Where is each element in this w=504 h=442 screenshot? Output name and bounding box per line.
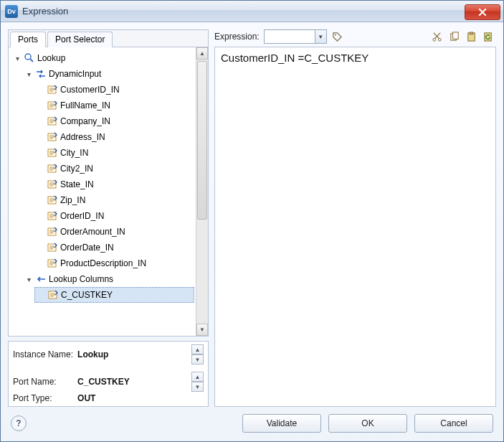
ports-tree[interactable]: ▾ Lookup ▾ DynamicInput CustomerID_IN Fu… xyxy=(9,47,196,336)
instance-name-label: Instance Name: xyxy=(13,349,73,359)
dialog-footer: ? Validate OK Cancel xyxy=(8,407,496,434)
ok-button[interactable]: OK xyxy=(328,414,407,433)
expression-label: Expression: xyxy=(214,32,260,42)
tree-twistie-icon[interactable]: ▾ xyxy=(24,276,33,283)
details-panel: Instance Name: Lookup ▲ ▼ Port Name: C_C… xyxy=(8,341,209,407)
tree-lookup-columns[interactable]: ▾ Lookup Columns xyxy=(23,271,194,287)
tree-twistie-icon[interactable]: ▾ xyxy=(24,70,33,78)
tree-node-label: DynamicInput xyxy=(49,69,101,79)
tree-node-label: Address_IN xyxy=(60,132,105,142)
expression-dialog: Dv Expression Ports Port Selector ▾ Look… xyxy=(0,0,504,442)
tag-icon[interactable] xyxy=(331,30,344,43)
svg-point-16 xyxy=(438,38,441,41)
cancel-button[interactable]: Cancel xyxy=(414,414,493,433)
tree-dynamicinput[interactable]: ▾ DynamicInput xyxy=(23,66,194,82)
tree-node-icon xyxy=(47,100,58,111)
tree-node-icon xyxy=(47,116,58,127)
tree-node-icon xyxy=(47,258,58,269)
tree-twistie-icon[interactable]: ▾ xyxy=(13,55,22,62)
tree-node-icon xyxy=(35,273,47,285)
tree-node-label: OrderID_IN xyxy=(60,211,104,221)
tree-node-label: State_IN xyxy=(60,179,94,189)
chevron-down-icon[interactable]: ▼ xyxy=(315,30,326,43)
svg-rect-18 xyxy=(452,32,458,38)
tree-port-zip_in[interactable]: Zip_IN xyxy=(34,192,194,208)
help-button[interactable]: ? xyxy=(11,415,27,431)
scissors-icon[interactable] xyxy=(430,30,443,43)
validate-button[interactable]: Validate xyxy=(242,414,321,433)
titlebar[interactable]: Dv Expression xyxy=(1,1,503,22)
tree-node-label: OrderAmount_IN xyxy=(60,227,125,237)
tree-port-orderdate_in[interactable]: OrderDate_IN xyxy=(34,240,194,255)
tree-node-label: C_CUSTKEY xyxy=(61,290,113,300)
tab-bar: Ports Port Selector xyxy=(9,30,208,47)
tree-node-label: FullName_IN xyxy=(60,100,110,110)
details2-down-button[interactable]: ▼ xyxy=(191,382,204,392)
expression-editor[interactable]: CustomerID_IN =C_CUSTKEY xyxy=(214,47,496,407)
tree-port-city_in[interactable]: City_IN xyxy=(34,145,194,161)
tree-node-icon xyxy=(47,179,58,190)
tree-node-label: City_IN xyxy=(60,148,88,158)
tree-port-c_custkey[interactable]: C_CUSTKEY xyxy=(34,287,194,303)
window-title: Expression xyxy=(22,6,465,17)
instance-name-value: Lookup xyxy=(77,349,187,359)
tree-node-label: ProductDescription_IN xyxy=(60,258,146,268)
paste-icon[interactable] xyxy=(465,30,477,43)
close-button[interactable] xyxy=(465,4,500,20)
svg-point-14 xyxy=(335,34,336,35)
close-icon xyxy=(478,8,487,17)
tree-port-city2_in[interactable]: City2_IN xyxy=(34,161,194,177)
tree-node-icon xyxy=(47,131,58,143)
tree-port-company_in[interactable]: Company_IN xyxy=(34,113,194,129)
tree-node-icon xyxy=(47,163,58,174)
tree-port-state_in[interactable]: State_IN xyxy=(34,177,194,192)
tree-node-icon xyxy=(47,194,58,206)
tree-node-icon xyxy=(47,226,58,238)
tree-node-label: Lookup Columns xyxy=(49,274,113,284)
scroll-up-icon[interactable]: ▲ xyxy=(196,47,208,60)
tree-node-icon xyxy=(47,84,58,95)
tree-node-icon xyxy=(47,289,59,301)
tree-port-fullname_in[interactable]: FullName_IN xyxy=(34,98,194,113)
tree-node-icon xyxy=(47,242,58,253)
tree-node-label: City2_IN xyxy=(60,164,93,174)
app-icon: Dv xyxy=(5,5,18,18)
tree-root-lookup[interactable]: ▾ Lookup xyxy=(11,50,194,66)
port-name-label: Port Name: xyxy=(13,377,73,387)
tree-port-orderamount_in[interactable]: OrderAmount_IN xyxy=(34,224,194,240)
tree-port-address_in[interactable]: Address_IN xyxy=(34,129,194,145)
tree-node-label: CustomerID_IN xyxy=(60,85,120,95)
tree-node-icon xyxy=(47,147,58,159)
expression-combo[interactable]: ▼ xyxy=(264,29,327,44)
port-type-label: Port Type: xyxy=(13,393,73,403)
tab-port-selector[interactable]: Port Selector xyxy=(47,32,113,47)
ports-panel: Ports Port Selector ▾ Lookup ▾ DynamicIn… xyxy=(8,29,209,337)
tree-node-label: Lookup xyxy=(37,53,65,63)
svg-rect-20 xyxy=(470,32,472,34)
tree-node-label: Zip_IN xyxy=(60,195,85,205)
details2-up-button[interactable]: ▲ xyxy=(191,372,204,382)
tree-scrollbar[interactable]: ▲ ▼ xyxy=(196,47,208,336)
scroll-thumb[interactable] xyxy=(197,61,207,220)
expression-combo-value[interactable] xyxy=(265,30,315,43)
details-down-button[interactable]: ▼ xyxy=(191,354,204,365)
tab-ports[interactable]: Ports xyxy=(10,32,46,47)
svg-point-0 xyxy=(25,54,31,60)
port-type-value: OUT xyxy=(77,393,187,403)
details-up-button[interactable]: ▲ xyxy=(191,344,204,354)
tree-node-icon xyxy=(47,210,58,222)
tree-node-label: OrderDate_IN xyxy=(60,243,114,253)
expression-toolbar: Expression: ▼ xyxy=(214,29,496,47)
tree-node-icon xyxy=(35,68,47,80)
svg-point-15 xyxy=(432,38,435,41)
port-name-value: C_CUSTKEY xyxy=(77,377,187,387)
refresh-icon[interactable] xyxy=(482,30,495,43)
tree-node-icon xyxy=(24,52,35,64)
tree-port-orderid_in[interactable]: OrderID_IN xyxy=(34,208,194,224)
tree-port-productdescription_in[interactable]: ProductDescription_IN xyxy=(34,255,194,271)
tree-port-customerid_in[interactable]: CustomerID_IN xyxy=(34,82,194,98)
scroll-down-icon[interactable]: ▼ xyxy=(196,324,208,336)
copy-icon[interactable] xyxy=(447,30,460,43)
tree-node-label: Company_IN xyxy=(60,116,110,126)
